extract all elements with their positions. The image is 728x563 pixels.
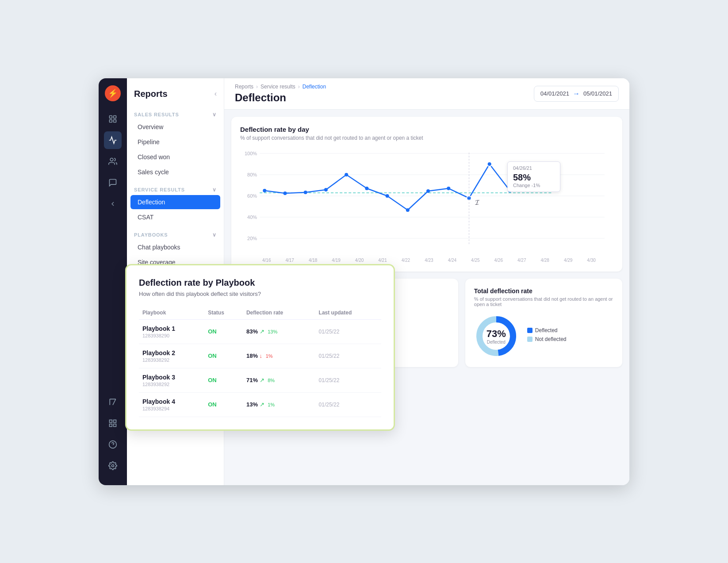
chart-panel: Deflection rate by day % of support conv…	[231, 117, 622, 272]
chevron-down-icon-2: ∨	[212, 187, 217, 193]
rail-icon-collapse[interactable]	[104, 195, 122, 213]
date-arrow-icon: →	[573, 90, 580, 98]
legend-item-not-deflected: Not deflected	[527, 336, 567, 342]
rail-icon-help[interactable]	[104, 436, 122, 453]
rail-icon-reports[interactable]	[104, 131, 122, 149]
breadcrumb-deflection: Deflection	[303, 84, 326, 90]
svg-rect-2	[110, 119, 112, 122]
overlay-title: Deflection rate by Playbook	[139, 278, 381, 288]
sidebar-header: Reports ‹	[127, 85, 224, 108]
sidebar-item-sales-cycle[interactable]: Sales cycle	[130, 165, 220, 179]
sidebar-section-playbooks[interactable]: PLAYBOOKS ∨	[127, 228, 224, 240]
svg-point-26	[324, 188, 328, 191]
status-cell: ON	[204, 344, 243, 368]
svg-rect-7	[110, 424, 112, 426]
rail-icon-sales[interactable]	[104, 110, 122, 128]
rail-icon-conversations[interactable]	[104, 174, 122, 191]
legend-label-not-deflected: Not deflected	[535, 336, 567, 342]
rail-icon-apps[interactable]	[104, 414, 122, 432]
chevron-down-icon: ∨	[212, 111, 217, 118]
sidebar-item-overview[interactable]: Overview	[130, 120, 220, 134]
date-start: 04/01/2021	[540, 90, 569, 97]
date-range-picker[interactable]: 04/01/2021 → 05/01/2021	[534, 86, 619, 102]
svg-point-24	[283, 191, 287, 195]
sidebar-item-csat[interactable]: CSAT	[130, 210, 220, 224]
chart-tooltip: 04/26/21 58% Change -1%	[507, 161, 560, 192]
svg-point-34	[487, 162, 492, 166]
playbook-table: Playbook Status Deflection rate Last upd…	[139, 306, 381, 417]
donut-label: Deflected	[487, 339, 506, 344]
page-title: Deflection	[235, 92, 326, 104]
table-row: Playbook 2 1283938292 ON 18% ↓ 1% 01/25/…	[139, 344, 381, 368]
svg-text:100%: 100%	[245, 151, 257, 156]
app-container: ⚡	[99, 78, 629, 485]
svg-point-27	[345, 173, 348, 176]
main-header: Reports › Service results › Deflection D…	[224, 78, 629, 110]
playbook-name-cell: Playbook 3 1283938292	[139, 368, 204, 392]
svg-text:40%: 40%	[247, 214, 257, 220]
legend-item-deflected: Deflected	[527, 327, 567, 333]
last-updated-cell: 01/25/22	[315, 344, 381, 368]
logo-icon[interactable]: ⚡	[105, 85, 121, 101]
chart-title: Deflection rate by day	[240, 126, 613, 133]
breadcrumb-reports[interactable]: Reports	[235, 84, 253, 90]
last-updated-cell: 01/25/22	[315, 392, 381, 417]
tooltip-date: 04/26/21	[513, 165, 555, 171]
sidebar-section-service[interactable]: SERVICE RESULTS ∨	[127, 183, 224, 195]
svg-rect-6	[114, 420, 116, 422]
playbook-name-cell: Playbook 1 1283938290	[139, 319, 204, 344]
deflection-rate-cell: 83% ↗ 13%	[243, 319, 315, 344]
sidebar-item-chat-playbooks[interactable]: Chat playbooks	[130, 240, 220, 254]
donut-center: 73% Deflected	[487, 328, 506, 344]
svg-point-28	[365, 187, 368, 190]
svg-rect-0	[110, 115, 112, 118]
sidebar-item-deflection[interactable]: Deflection	[130, 195, 220, 209]
chart-x-labels: 4/16 4/17 4/18 4/19 4/20 4/21 4/22 4/23 …	[240, 256, 613, 263]
total-deflection-title: Total deflection rate	[474, 287, 613, 295]
svg-point-4	[110, 158, 113, 161]
svg-point-30	[406, 208, 410, 212]
icon-rail: ⚡	[99, 78, 127, 485]
tooltip-change: Change -1%	[513, 183, 555, 188]
deflection-rate-cell: 13% ↗ 1%	[243, 392, 315, 417]
svg-point-23	[263, 189, 266, 192]
svg-text:60%: 60%	[247, 193, 257, 199]
svg-point-25	[304, 191, 307, 194]
legend-dot-not-deflected	[527, 337, 533, 342]
playbook-name-cell: Playbook 4 1283938294	[139, 392, 204, 417]
svg-point-32	[447, 187, 450, 190]
chevron-down-icon-3: ∨	[212, 232, 217, 238]
table-row: Playbook 4 1283938294 ON 13% ↗ 1% 01/25/…	[139, 392, 381, 417]
sidebar-title: Reports	[134, 89, 168, 99]
overlay-card: Deflection rate by Playbook How often di…	[125, 264, 395, 431]
sidebar-item-closed-won[interactable]: Closed won	[130, 150, 220, 164]
total-deflection-subtitle: % of support conversations that did not …	[474, 296, 613, 307]
donut-container: 73% Deflected Deflected Not deflected	[474, 314, 613, 358]
breadcrumb-service-results[interactable]: Service results	[261, 84, 295, 90]
svg-rect-3	[114, 119, 116, 122]
donut-legend: Deflected Not deflected	[527, 327, 567, 345]
sidebar-collapse-button[interactable]: ‹	[215, 90, 217, 98]
table-row: Playbook 3 1283938292 ON 71% ↗ 8% 01/25/…	[139, 368, 381, 392]
last-updated-cell: 01/25/22	[315, 319, 381, 344]
svg-point-31	[426, 189, 430, 193]
svg-point-11	[112, 464, 114, 467]
date-end: 05/01/2021	[583, 90, 612, 97]
svg-text:𝓘: 𝓘	[475, 198, 480, 206]
breadcrumb: Reports › Service results › Deflection	[235, 84, 326, 90]
rail-icon-launch[interactable]	[104, 393, 122, 411]
svg-rect-5	[110, 420, 112, 422]
sidebar-item-pipeline[interactable]: Pipeline	[130, 135, 220, 149]
total-deflection-panel: Total deflection rate % of support conve…	[465, 279, 622, 367]
chart-subtitle: % of support conversations that did not …	[240, 135, 613, 141]
deflection-rate-cell: 71% ↗ 8%	[243, 368, 315, 392]
sidebar-section-sales[interactable]: SALES RESULTS ∨	[127, 108, 224, 119]
rail-icon-settings[interactable]	[104, 457, 122, 475]
rail-icon-contacts[interactable]	[104, 153, 122, 170]
deflection-rate-cell: 18% ↓ 1%	[243, 344, 315, 368]
col-header-updated: Last updated	[315, 306, 381, 320]
legend-dot-deflected	[527, 328, 533, 333]
svg-point-29	[386, 194, 389, 198]
svg-rect-8	[114, 424, 116, 426]
donut-wrapper: 73% Deflected	[474, 314, 518, 358]
